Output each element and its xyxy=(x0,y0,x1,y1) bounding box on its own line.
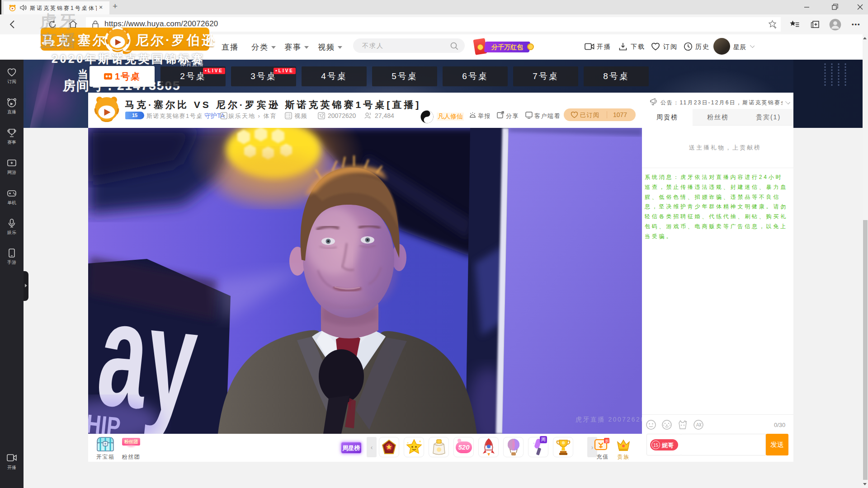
svg-text:折: 折 xyxy=(605,439,609,443)
svg-text:A: A xyxy=(696,422,700,427)
svg-text:虎牙直播 20072620: 虎牙直播 20072620 xyxy=(576,416,642,423)
